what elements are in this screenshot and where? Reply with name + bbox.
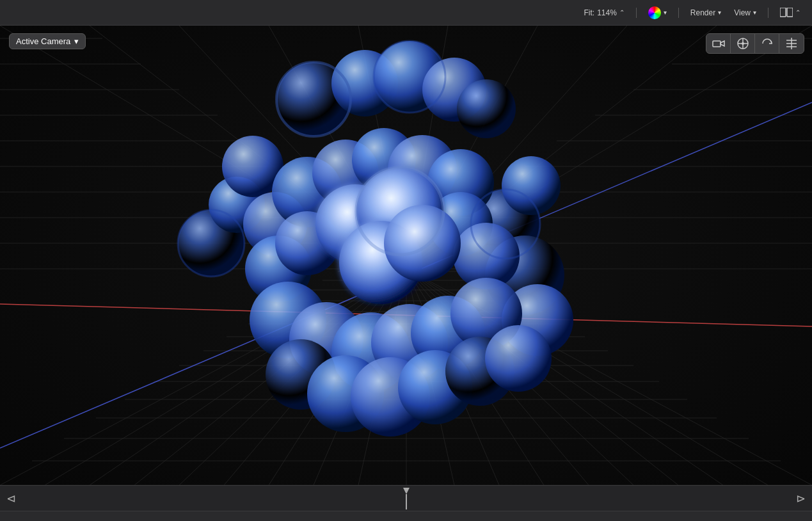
hand-tool-dropdown[interactable]: ▾ (97, 518, 107, 522)
camera-icon (712, 38, 725, 49)
color-chevron: ▾ (664, 9, 667, 16)
playhead-handle (403, 488, 410, 494)
view-menu[interactable]: View ▾ (730, 7, 760, 19)
expand-button[interactable] (779, 518, 802, 522)
svg-marker-110 (720, 41, 724, 46)
camera-dropdown[interactable]: Active Camera ▾ (9, 33, 86, 49)
shape-tool-dropdown[interactable]: ▾ (152, 518, 163, 522)
text-tool-button[interactable]: T (228, 518, 251, 522)
divider-1 (636, 8, 637, 18)
view-chevron: ▾ (753, 9, 756, 16)
top-toolbar: Fit: 114% ⌃ ▾ Render ▾ View ▾ ⌃ (0, 0, 812, 26)
text-tool-group: T ▾ (228, 518, 262, 522)
paint-tool-group: ▾ (165, 518, 200, 522)
svg-rect-1 (787, 8, 793, 17)
timeline-start-marker[interactable]: ⊲ (6, 492, 16, 506)
timeline-playhead[interactable] (403, 488, 410, 509)
atom-tool-button[interactable] (47, 518, 70, 522)
shape-tool-button[interactable] (128, 518, 151, 522)
shape-tool-group: ▾ (128, 518, 163, 522)
hand-tool-button[interactable] (73, 518, 96, 522)
playhead-pin (406, 494, 407, 509)
orbit-icon (761, 37, 774, 50)
select-tool-group: ▾ (10, 518, 45, 522)
svg-point-70 (457, 79, 516, 138)
divider-3 (768, 8, 768, 18)
hand-tool-group: ▾ (73, 518, 107, 522)
svg-point-91 (384, 205, 461, 282)
color-swatch-icon (648, 6, 661, 19)
divider-2 (678, 8, 679, 18)
bubbles-scene (0, 26, 812, 485)
svg-rect-109 (713, 41, 720, 47)
view-label: View (734, 8, 751, 17)
rect-tool-button[interactable] (265, 518, 288, 522)
window-chevron: ⌃ (795, 9, 800, 16)
svg-point-103 (485, 325, 552, 392)
display-settings-button[interactable] (779, 34, 804, 53)
select-tool-dropdown[interactable]: ▾ (35, 518, 45, 522)
move-icon (736, 37, 749, 50)
orbit-view-button[interactable] (755, 34, 779, 53)
viewport[interactable]: Active Camera ▾ (0, 26, 812, 485)
paint-tool-button[interactable] (165, 518, 188, 522)
rect-tool-dropdown[interactable]: ▾ (289, 518, 299, 522)
svg-rect-0 (780, 8, 786, 17)
render-label: Render (690, 8, 715, 17)
fit-label: Fit: (584, 8, 594, 17)
display-settings-icon (786, 38, 797, 49)
fit-value: 114% (597, 8, 617, 17)
paint-tool-dropdown[interactable]: ▾ (189, 518, 200, 522)
svg-point-114 (742, 42, 744, 45)
camera-label: Active Camera (16, 36, 70, 46)
bottom-toolbar: ▾ ▾ ▾ (0, 511, 812, 521)
svg-point-75 (502, 156, 561, 215)
rect-tool-group: ▾ (265, 518, 299, 522)
window-toggle[interactable]: ⌃ (776, 6, 804, 19)
camera-view-button[interactable] (706, 34, 731, 53)
timeline: ⊲ ⊳ (0, 485, 812, 511)
render-chevron: ▾ (718, 9, 721, 16)
pen-tool-button[interactable] (202, 518, 225, 522)
move-view-button[interactable] (731, 34, 755, 53)
fit-control[interactable]: Fit: 114% ⌃ (580, 7, 628, 19)
viewport-icon-group (706, 33, 804, 54)
camera-chevron: ▾ (74, 36, 79, 46)
render-menu[interactable]: Render ▾ (687, 7, 725, 19)
color-picker[interactable]: ▾ (644, 5, 671, 20)
window-split-icon (780, 8, 793, 18)
fit-chevron: ⌃ (619, 9, 625, 16)
timeline-end-marker[interactable]: ⊳ (796, 492, 806, 506)
text-tool-dropdown[interactable]: ▾ (252, 518, 262, 522)
select-tool-button[interactable] (10, 518, 33, 522)
